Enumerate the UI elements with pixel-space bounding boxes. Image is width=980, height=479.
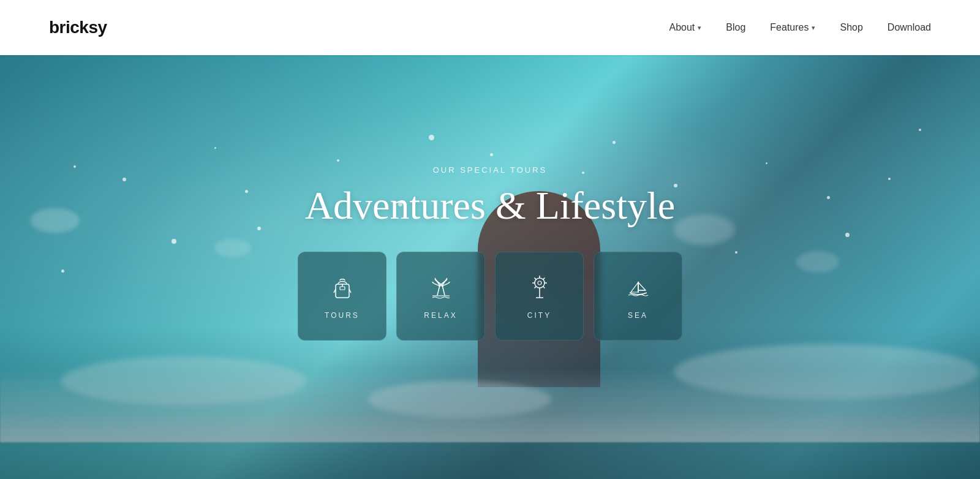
hero-subtitle: OUR SPECIAL TOURS	[298, 165, 682, 175]
features-chevron-icon: ▾	[812, 24, 815, 32]
splash-blob	[796, 251, 839, 273]
sea-label: SEA	[628, 311, 648, 320]
splash-particle	[74, 165, 76, 168]
splash-particle	[735, 251, 737, 254]
svg-line-16	[534, 277, 536, 279]
splash-blob	[214, 239, 251, 257]
splash-blob	[674, 214, 735, 245]
lighthouse-icon	[525, 273, 554, 303]
palm-icon	[426, 273, 456, 303]
tour-card-relax[interactable]: RELAX	[396, 252, 485, 341]
splash-particle	[172, 239, 176, 244]
splash-particle	[61, 270, 64, 273]
splash-particle	[214, 147, 216, 149]
splash-particle	[612, 141, 616, 144]
nav-item-download[interactable]: Download	[888, 22, 931, 33]
splash-particle	[257, 227, 261, 230]
splash-particle	[245, 190, 248, 193]
tour-card-city[interactable]: CITY	[495, 252, 584, 341]
svg-line-5	[437, 285, 440, 295]
nav-item-features[interactable]: Features ▾	[770, 22, 815, 33]
hero-section: OUR SPECIAL TOURS Adventures & Lifestyle	[0, 55, 980, 479]
sailboat-icon	[624, 273, 653, 303]
tour-cards: TOURS	[298, 252, 682, 341]
hero-content: OUR SPECIAL TOURS Adventures & Lifestyle	[298, 165, 682, 341]
splash-particle	[490, 153, 493, 156]
hero-title: Adventures & Lifestyle	[298, 184, 682, 227]
splash-particle	[766, 162, 767, 164]
navigation: About ▾ Blog Features ▾ Shop Download	[669, 22, 931, 33]
about-chevron-icon: ▾	[698, 24, 701, 32]
relax-label: RELAX	[424, 311, 457, 320]
svg-rect-2	[340, 287, 345, 290]
city-label: CITY	[527, 311, 551, 320]
nav-item-shop[interactable]: Shop	[840, 22, 862, 33]
svg-line-6	[442, 285, 445, 295]
splash-blob	[31, 208, 80, 233]
svg-line-14	[534, 286, 536, 288]
splash-particle	[845, 233, 850, 237]
nav-item-blog[interactable]: Blog	[726, 22, 745, 33]
splash-particle	[919, 129, 921, 131]
splash-particle	[337, 159, 339, 162]
svg-point-9	[538, 281, 541, 285]
tour-card-tours[interactable]: TOURS	[298, 252, 386, 341]
splash-particle	[429, 135, 434, 140]
header: bricksy About ▾ Blog Features ▾ Shop Dow…	[0, 0, 980, 55]
tour-card-sea[interactable]: SEA	[594, 252, 682, 341]
hero-bottom-gradient	[0, 326, 980, 479]
backpack-icon	[328, 273, 357, 303]
logo[interactable]: bricksy	[49, 18, 107, 37]
splash-particle	[827, 196, 830, 199]
svg-line-15	[543, 286, 545, 288]
nav-item-about[interactable]: About ▾	[669, 22, 701, 33]
svg-point-8	[535, 278, 545, 288]
svg-line-13	[543, 277, 545, 279]
tours-label: TOURS	[325, 311, 360, 320]
splash-particle	[123, 178, 126, 181]
splash-particle	[888, 178, 891, 180]
